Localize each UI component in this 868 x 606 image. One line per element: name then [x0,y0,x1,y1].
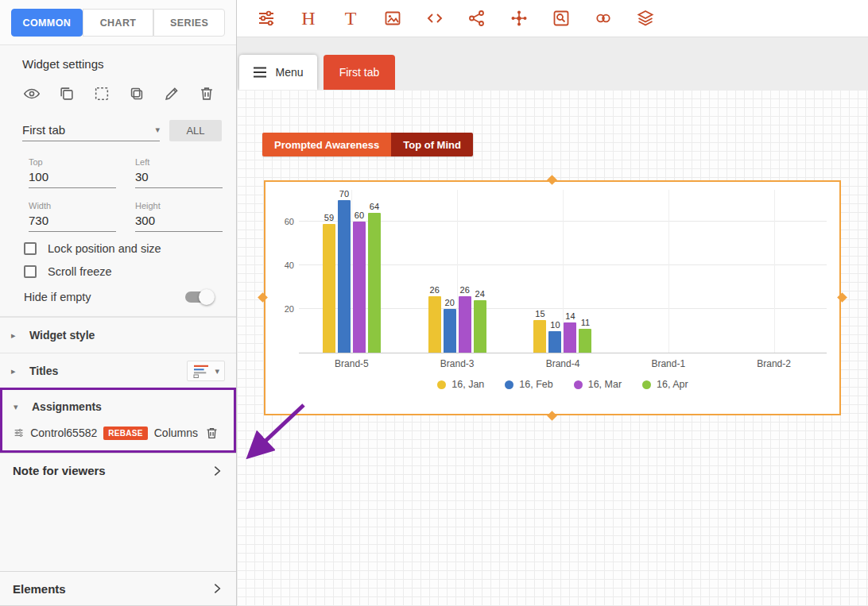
bar [428,296,441,353]
cluster-icon[interactable] [509,8,529,29]
chevron-down-icon: ▾ [155,125,160,135]
bar-value-label: 10 [550,320,560,330]
bar [353,222,366,353]
bar [579,329,591,353]
bar-wrap: 11 [579,318,591,353]
edit-icon[interactable] [162,84,181,103]
widget-style-label: Widget style [29,329,95,342]
zoom-widget-icon[interactable] [551,8,572,29]
delete-icon[interactable] [197,84,216,103]
chart-plot: 204060597060642620262415101411 [299,190,827,353]
bar [548,331,561,353]
section-titles[interactable]: ▸ Titles ▾ [0,353,236,388]
checkbox-icon[interactable] [24,242,37,255]
top-label: Top [29,157,116,167]
section-widget-style[interactable]: ▸ Widget style [0,317,236,353]
bar-wrap: 26 [459,285,471,353]
bar-value-label: 14 [565,311,575,321]
hamburger-icon [253,67,267,78]
bar-wrap: 59 [323,213,335,353]
assignment-type: Columns [154,427,198,439]
legend-item: 16, Feb [505,379,552,390]
link-icon[interactable] [593,8,614,29]
checkbox-icon[interactable] [24,265,37,278]
rebase-badge: REBASE [103,427,147,440]
titles-label: Titles [29,365,58,377]
sidebar-tab-bar: COMMON CHART SERIES [0,0,236,45]
bar-value-label: 59 [324,213,334,222]
widget-action-row [0,79,236,113]
bar-group: 26202624 [405,190,510,353]
bar [564,322,576,353]
all-button[interactable]: ALL [169,120,222,141]
sliders-icon[interactable] [256,8,277,29]
section-elements[interactable]: Elements [0,571,236,606]
bar-value-label: 15 [535,309,544,318]
left-value[interactable]: 30 [135,170,223,188]
width-field[interactable]: Width 730 [29,201,116,232]
bar-wrap: 15 [533,309,546,353]
duplicate-icon[interactable] [57,84,76,103]
report-canvas[interactable]: Prompted Awareness Top of Mind 204060597… [237,90,868,606]
x-axis-label: Brand-5 [299,358,405,369]
image-icon[interactable] [382,8,403,29]
width-value[interactable]: 730 [29,214,116,232]
bar [459,296,471,353]
x-axis-label: Brand-3 [405,358,510,369]
section-note-for-viewers[interactable]: Note for viewers [0,453,236,488]
bar-value-label: 24 [475,289,485,299]
scroll-freeze-checkbox[interactable]: Scroll freeze [0,265,236,278]
chart-widget[interactable]: 204060597060642620262415101411 Brand-5Br… [264,180,841,415]
chevron-right-icon [211,465,223,477]
tab-series[interactable]: SERIES [153,9,225,37]
lock-position-checkbox[interactable]: Lock position and size [0,242,236,255]
tab-select[interactable]: First tab ▾ [22,119,160,141]
menu-button[interactable]: Menu [239,55,317,90]
widget-toolbar: H T [237,0,868,37]
left-label: Left [135,157,223,167]
selection-icon[interactable] [92,84,111,103]
note-for-viewers-label: Note for viewers [13,464,106,477]
assignments-highlight-box: ▾ Assignments Control65582 REBASE Column… [0,388,236,453]
height-field[interactable]: Height 300 [135,201,223,232]
hide-if-empty-toggle[interactable] [185,291,212,303]
top-value[interactable]: 100 [29,170,116,188]
legend-item: 16, Jan [437,379,484,390]
expand-caret-icon: ▸ [11,330,19,341]
filter-top-of-mind[interactable]: Top of Mind [391,133,473,156]
heading-icon[interactable]: H [298,8,319,29]
bar [474,300,486,353]
top-field[interactable]: Top 100 [29,157,116,188]
layers-icon[interactable] [635,8,656,29]
bar-wrap: 60 [353,210,366,353]
visibility-icon[interactable] [22,84,41,103]
hide-if-empty-row: Hide if empty [0,291,236,303]
widget-settings-title: Widget settings [0,45,236,79]
titles-style-picker[interactable]: ▾ [187,361,225,381]
legend-item: 16, Apr [642,379,688,390]
bar [368,213,381,353]
code-icon[interactable] [424,8,445,29]
section-assignments[interactable]: ▾ Assignments [2,390,234,423]
tab-common[interactable]: COMMON [11,9,83,37]
assignment-name: Control65582 [30,427,97,439]
hide-if-empty-label: Hide if empty [24,291,91,303]
copy-icon[interactable] [127,84,146,103]
left-field[interactable]: Left 30 [135,157,223,188]
assignments-label: Assignments [32,400,102,413]
width-label: Width [29,201,116,210]
chart-xaxis: Brand-5Brand-3Brand-4Brand-1Brand-2 [299,353,827,374]
legend-label: 16, Jan [451,379,484,390]
filter-prompted-awareness[interactable]: Prompted Awareness [262,133,391,156]
share-nodes-icon[interactable] [467,8,487,29]
sliders-icon [14,426,24,440]
resize-handle-bottom[interactable] [547,411,557,421]
delete-assignment-icon[interactable] [204,423,219,442]
text-icon[interactable]: T [340,8,361,29]
tab-chart[interactable]: CHART [83,9,154,37]
tab-first-tab[interactable]: First tab [324,55,395,90]
height-value[interactable]: 300 [135,214,223,232]
bar-value-label: 60 [355,210,364,220]
assignment-row[interactable]: Control65582 REBASE Columns [2,423,234,450]
bar-wrap: 26 [428,285,441,353]
